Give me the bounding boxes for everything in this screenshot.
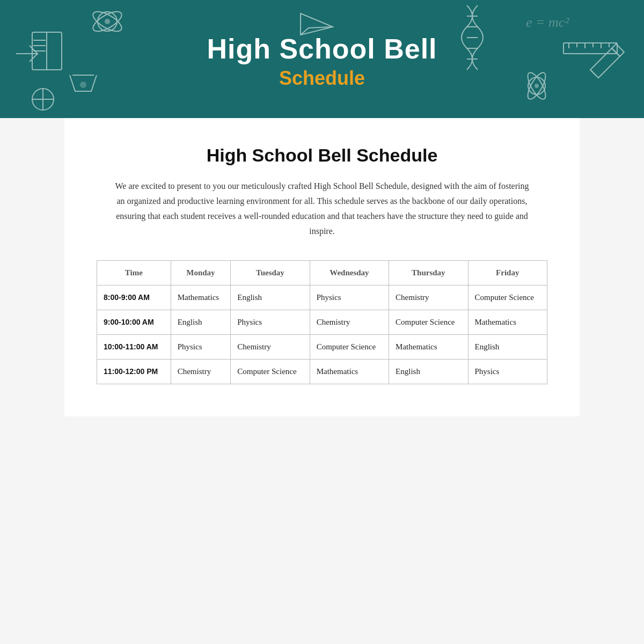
cell-friday: Physics xyxy=(468,360,547,384)
table-row: 10:00-11:00 AMPhysicsChemistryComputer S… xyxy=(97,335,547,360)
cell-thursday: Mathematics xyxy=(389,335,468,360)
col-wednesday: Wednesday xyxy=(310,261,389,286)
cell-time: 11:00-12:00 PM xyxy=(97,360,171,384)
svg-point-6 xyxy=(80,82,86,87)
main-content: High School Bell Schedule We are excited… xyxy=(64,118,580,416)
cell-monday: English xyxy=(171,310,231,335)
cell-time: 9:00-10:00 AM xyxy=(97,310,171,335)
table-row: 8:00-9:00 AMMathematicsEnglishPhysicsChe… xyxy=(97,286,547,310)
col-tuesday: Tuesday xyxy=(231,261,310,286)
svg-line-19 xyxy=(590,70,596,75)
table-header: Time Monday Tuesday Wednesday Thursday F… xyxy=(97,261,547,286)
cell-monday: Mathematics xyxy=(171,286,231,310)
svg-point-10 xyxy=(105,19,109,24)
cell-monday: Physics xyxy=(171,335,231,360)
cell-friday: Mathematics xyxy=(468,310,547,335)
cell-tuesday: Computer Science xyxy=(231,360,310,384)
col-thursday: Thursday xyxy=(389,261,468,286)
header-row: Time Monday Tuesday Wednesday Thursday F… xyxy=(97,261,547,286)
cell-wednesday: Physics xyxy=(310,286,389,310)
table-row: 9:00-10:00 AMEnglishPhysicsChemistryComp… xyxy=(97,310,547,335)
schedule-table: Time Monday Tuesday Wednesday Thursday F… xyxy=(97,260,547,384)
cell-thursday: English xyxy=(389,360,468,384)
svg-point-23 xyxy=(535,84,538,87)
cell-friday: Computer Science xyxy=(468,286,547,310)
cell-tuesday: English xyxy=(231,286,310,310)
cell-tuesday: Chemistry xyxy=(231,335,310,360)
col-time: Time xyxy=(97,261,171,286)
cell-tuesday: Physics xyxy=(231,310,310,335)
header-title-line1: High School Bell xyxy=(207,34,437,64)
cell-monday: Chemistry xyxy=(171,360,231,384)
intro-paragraph: We are excited to present to you our met… xyxy=(113,179,531,239)
table-body: 8:00-9:00 AMMathematicsEnglishPhysicsChe… xyxy=(97,286,547,384)
cell-friday: English xyxy=(468,335,547,360)
cell-wednesday: Mathematics xyxy=(310,360,389,384)
cell-wednesday: Chemistry xyxy=(310,310,389,335)
page-header: e = mc² xyxy=(0,0,644,118)
col-friday: Friday xyxy=(468,261,547,286)
cell-wednesday: Computer Science xyxy=(310,335,389,360)
header-title-line2: Schedule xyxy=(279,67,365,90)
table-row: 11:00-12:00 PMChemistryComputer ScienceM… xyxy=(97,360,547,384)
svg-text:e = mc²: e = mc² xyxy=(526,14,569,30)
cell-thursday: Chemistry xyxy=(389,286,468,310)
cell-thursday: Computer Science xyxy=(389,310,468,335)
col-monday: Monday xyxy=(171,261,231,286)
page-title: High School Bell Schedule xyxy=(97,145,547,166)
cell-time: 8:00-9:00 AM xyxy=(97,286,171,310)
cell-time: 10:00-11:00 AM xyxy=(97,335,171,360)
